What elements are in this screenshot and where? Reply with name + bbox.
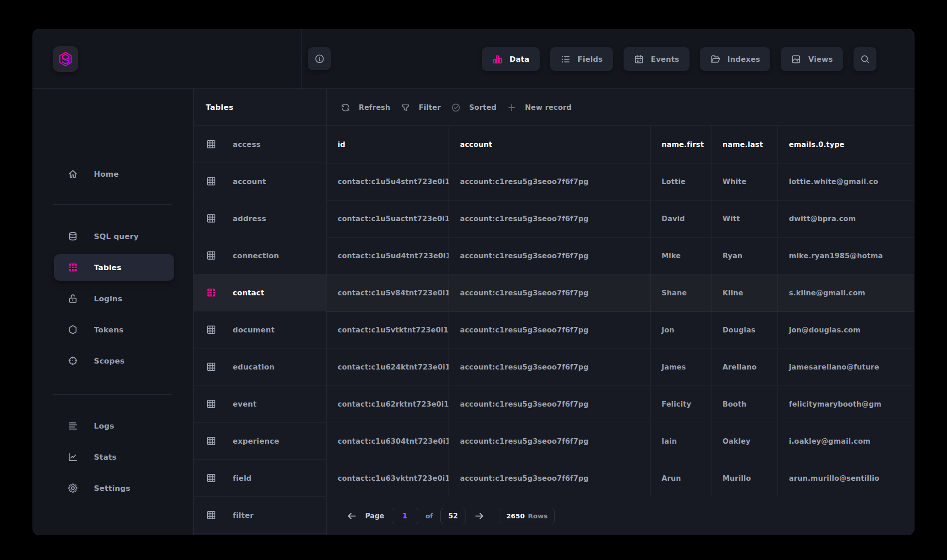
record-row[interactable]: contact:c1u62rktnt723e0i15ggaccount:c1re… — [327, 386, 914, 423]
sidebar-item-settings[interactable]: Settings — [54, 475, 174, 501]
sidebar-item-home[interactable]: Home — [54, 161, 174, 187]
record-cell[interactable]: contact:c1u63vktnt723e0i1630 — [327, 460, 449, 497]
record-cell[interactable]: account:c1resu5g3seoo7f6f7pg — [449, 460, 651, 497]
page-number-input[interactable]: 1 — [392, 508, 418, 524]
record-cell[interactable]: jamesarellano@future — [778, 349, 914, 386]
record-cell[interactable]: contact:c1u624ktnt723e0i157g — [327, 349, 449, 386]
record-cell[interactable]: contact:c1u6304tnt723e0i15og — [327, 423, 449, 460]
record-cell[interactable]: account:c1resu5g3seoo7f6f7pg — [449, 386, 651, 423]
table-list-item-document[interactable]: document — [194, 311, 326, 348]
tab-indexes[interactable]: Indexes — [700, 47, 771, 71]
table-list-item-field[interactable]: field — [194, 460, 326, 497]
record-cell[interactable]: Arun — [651, 460, 712, 497]
record-cell[interactable]: David — [651, 201, 712, 237]
record-cell[interactable]: contact:c1u5ud4tnt723e0i1400 — [327, 238, 449, 274]
record-row[interactable]: contact:c1u6304tnt723e0i15ogaccount:c1re… — [327, 423, 914, 460]
tab-events[interactable]: Events — [624, 47, 690, 71]
search-button[interactable] — [854, 47, 876, 71]
previous-page-button[interactable] — [346, 510, 358, 522]
record-cell[interactable]: arun.murillo@sentillio — [778, 460, 914, 497]
record-cell[interactable]: Kline — [712, 275, 778, 311]
record-cell[interactable]: jon@douglas.com — [778, 312, 914, 348]
record-cell[interactable]: contact:c1u5v84tnt723e0i14bg — [327, 275, 449, 311]
record-cell[interactable]: account:c1resu5g3seoo7f6f7pg — [449, 349, 651, 386]
table-list-item-account[interactable]: account — [194, 163, 326, 200]
sidebar-item-sql-query[interactable]: SQL query — [54, 223, 174, 250]
sidebar-item-logins[interactable]: Logins — [54, 285, 174, 312]
tab-label: Events — [651, 55, 679, 64]
sidebar-item-logs[interactable]: Logs — [54, 413, 174, 439]
column-header-id: id — [327, 126, 449, 163]
table-name: document — [233, 326, 274, 334]
record-cell[interactable]: Lottie — [651, 163, 712, 200]
data-panel: RefreshFilterSortedNew record idaccountn… — [327, 89, 914, 535]
sidebar-item-label: Tables — [94, 263, 121, 272]
record-cell[interactable]: Murillo — [712, 460, 778, 497]
record-cell[interactable]: Jon — [651, 312, 712, 348]
record-cell[interactable]: account:c1resu5g3seoo7f6f7pg — [449, 275, 651, 311]
sidebar-item-tokens[interactable]: Tokens — [54, 316, 174, 343]
record-cell[interactable]: s.kline@gmail.com — [778, 275, 914, 311]
record-cell[interactable]: contact:c1u5vtktnt723e0i14pg — [327, 312, 449, 348]
record-cell[interactable]: lottie.white@gmail.co — [778, 163, 914, 200]
record-row[interactable]: contact:c1u624ktnt723e0i157gaccount:c1re… — [327, 349, 914, 386]
toolbar-refresh-button[interactable]: Refresh — [340, 103, 390, 113]
record-cell[interactable]: Oakley — [712, 423, 778, 460]
record-cell[interactable]: contact:c1u62rktnt723e0i15gg — [327, 386, 449, 423]
record-cell[interactable]: Ryan — [712, 238, 778, 274]
column-header-account: account — [449, 126, 651, 163]
record-cell[interactable]: account:c1resu5g3seoo7f6f7pg — [449, 201, 651, 237]
sidebar-item-stats[interactable]: Stats — [54, 444, 174, 470]
tab-fields[interactable]: Fields — [550, 47, 613, 71]
table-list-item-filter[interactable]: filter — [194, 497, 326, 534]
record-row[interactable]: contact:c1u63vktnt723e0i1630account:c1re… — [327, 460, 914, 497]
record-cell[interactable]: dwitt@bpra.com — [778, 201, 914, 237]
record-cell[interactable]: i.oakley@gmail.com — [778, 423, 914, 460]
record-row[interactable]: contact:c1u5uactnt723e0i13lgaccount:c1re… — [327, 201, 914, 238]
home-icon — [67, 169, 78, 179]
record-cell[interactable]: Iain — [651, 423, 712, 460]
table-name: account — [233, 177, 266, 186]
table-list-item-address[interactable]: address — [194, 200, 326, 237]
info-button[interactable] — [308, 47, 331, 70]
record-cell[interactable]: account:c1resu5g3seoo7f6f7pg — [449, 423, 651, 460]
record-cell[interactable]: account:c1resu5g3seoo7f6f7pg — [449, 163, 651, 200]
record-cell[interactable]: Witt — [712, 201, 778, 237]
record-cell[interactable]: mike.ryan1985@hotma — [778, 238, 914, 274]
toolbar-new-record-button[interactable]: New record — [507, 103, 572, 113]
tab-label: Indexes — [728, 55, 761, 64]
table-list-item-experience[interactable]: experience — [194, 423, 326, 460]
toolbar-sorted-button[interactable]: Sorted — [451, 103, 497, 113]
record-cell[interactable]: account:c1resu5g3seoo7f6f7pg — [449, 312, 651, 348]
app-logo[interactable] — [53, 46, 78, 72]
tab-data[interactable]: Data — [482, 47, 539, 71]
record-cell[interactable]: account:c1resu5g3seoo7f6f7pg — [449, 238, 651, 274]
table-list-item-event[interactable]: event — [194, 386, 326, 423]
record-cell[interactable]: felicitymarybooth@gm — [778, 386, 914, 423]
tab-views[interactable]: Views — [781, 47, 843, 71]
record-row[interactable]: contact:c1u5v84tnt723e0i14bgaccount:c1re… — [327, 275, 914, 312]
record-row[interactable]: contact:c1u5u4stnt723e0i13egaccount:c1re… — [327, 163, 914, 201]
record-row[interactable]: contact:c1u5vtktnt723e0i14pgaccount:c1re… — [327, 312, 914, 349]
table-list-item-access[interactable]: access — [194, 126, 326, 163]
record-cell[interactable]: Douglas — [712, 312, 778, 348]
record-cell[interactable]: James — [651, 349, 712, 386]
record-cell[interactable]: White — [712, 163, 778, 200]
sidebar-item-tables[interactable]: Tables — [54, 254, 174, 281]
record-cell[interactable]: contact:c1u5u4stnt723e0i13eg — [327, 163, 449, 200]
record-cell[interactable]: Arellano — [712, 349, 778, 386]
toolbar-button-label: New record — [525, 103, 572, 112]
record-cell[interactable]: Booth — [712, 386, 778, 423]
sidebar-item-scopes[interactable]: Scopes — [54, 348, 174, 374]
record-row[interactable]: contact:c1u5ud4tnt723e0i1400account:c1re… — [327, 238, 914, 275]
next-page-button[interactable] — [473, 510, 485, 522]
record-cell[interactable]: Mike — [651, 238, 712, 274]
grid-header-row: idaccountname.firstname.lastemails.0.typ… — [327, 126, 914, 163]
table-list-item-education[interactable]: education — [194, 348, 326, 386]
table-list-item-connection[interactable]: connection — [194, 237, 326, 274]
toolbar-filter-button[interactable]: Filter — [400, 103, 441, 113]
record-cell[interactable]: Shane — [651, 275, 712, 311]
record-cell[interactable]: Felicity — [651, 386, 712, 423]
table-list-item-contact[interactable]: contact — [194, 274, 326, 311]
record-cell[interactable]: contact:c1u5uactnt723e0i13lg — [327, 201, 449, 237]
